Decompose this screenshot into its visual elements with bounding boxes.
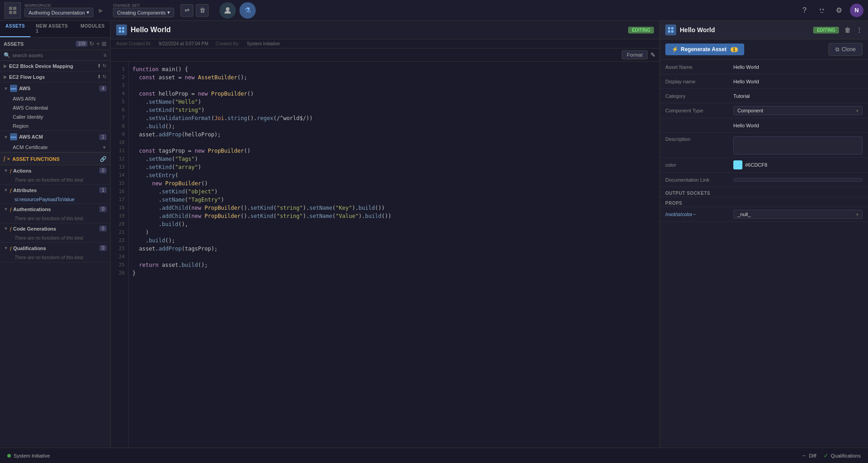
func-empty-codegen: There are no functions of this kind. [0,234,110,242]
workspace-section: WORKSPACE: Authoring Documentation ▾ [24,3,93,17]
search-input[interactable] [12,53,102,58]
clone-button[interactable]: ⧉ Clone [829,43,863,56]
format-button[interactable]: Format [622,50,648,59]
line-number: 5 [111,98,128,106]
line-number: 3 [111,82,128,90]
sidebar-tree: ▶ EC2 Block Device Mapping ⬆ ↻ ▶ EC2 Flo… [0,61,110,448]
func-group-label-codegen: Code Generations [13,226,99,232]
tree-item-aws-arn[interactable]: AWS ARN [0,94,110,103]
more-options-icon[interactable]: ⋮ [856,26,863,34]
chevron-icon: ▼ [4,168,8,173]
line-number: 26 [111,269,128,277]
settings-icon-button[interactable]: ⚙ [833,4,845,17]
discord-icon-button[interactable] [815,4,828,17]
help-icon-button[interactable]: ? [798,4,811,17]
color-field-container[interactable]: #6CDCF8 [733,160,767,169]
tab-new-assets[interactable]: NEW ASSETS 1 [30,21,75,37]
tree-group-ec2-block: ▶ EC2 Block Device Mapping ⬆ ↻ [0,61,110,72]
tree-group-label: EC2 Flow Logs [9,74,97,80]
code-line: .build(); [132,122,656,130]
func-group-header-qual[interactable]: ▼ f Qualifications 0 [0,243,110,253]
field-value-doc-link[interactable] [733,178,863,182]
acm-cert-arrow: ▼ [102,145,107,150]
topbar-action-icons: ⇌ 🗑 [180,4,209,17]
tree-item-region[interactable]: Region [0,121,110,130]
people-button[interactable] [219,2,236,19]
line-number: 10 [111,139,128,147]
code-line: asset.addProp(helloProp); [132,130,656,139]
created-by-value: System Initiative [247,41,280,46]
svg-rect-12 [671,30,673,33]
tree-item-caller-identity[interactable]: Caller Identity [0,112,110,121]
qualifications-button[interactable]: ✓ Qualifications [824,452,861,459]
arrow-separator: ▶ [99,7,103,14]
tab-assets[interactable]: ASSETS [0,21,30,37]
field-value-props[interactable]: _null_ ▾ [733,210,863,219]
upload-icon[interactable]: ⬆ [97,74,101,80]
changeset-selector[interactable]: Creating Components ▾ [113,8,174,17]
regenerate-button[interactable]: ⚡ Regenerate Asset 1 [665,43,744,55]
aws-acm-icon: aws [10,133,17,140]
asset-titlebar: Hello World EDITING [111,21,659,39]
tree-group-header-aws[interactable]: ▼ aws AWS 4 [0,82,110,94]
func-group-actions: ▼ f Actions 0 There are no functions of … [0,165,110,185]
aws-count: 4 [99,86,107,92]
tree-group-label: EC2 Block Device Mapping [9,63,97,69]
refresh-icon[interactable]: ↻ [102,63,107,69]
user-avatar[interactable]: N [850,4,863,17]
edit-icon[interactable]: ✎ [650,51,656,58]
upload-icon[interactable]: ⬆ [97,63,101,69]
filter-sort-icon[interactable]: ≡ [103,52,107,58]
tree-group-header-aws-acm[interactable]: ▼ aws AWS ACM 1 [0,131,110,143]
code-line: .addChild(new PropBuilder().setKind("str… [132,204,656,212]
filter-icon[interactable]: ⊞ [102,40,107,47]
refresh-icon[interactable]: ↻ [89,40,94,47]
func-group-header-auth[interactable]: ▼ f Authentications 0 [0,204,110,214]
delete-icon-button[interactable]: 🗑 [196,4,209,17]
tree-item-acm-cert[interactable]: ACM Certificate ▼ [0,143,110,152]
line-number: 16 [111,188,128,196]
diff-button[interactable]: ～ Diff [802,452,816,459]
svg-rect-5 [119,27,121,29]
add-asset-icon[interactable]: + [96,40,100,47]
func-group-header-actions[interactable]: ▼ f Actions 0 [0,165,110,176]
func-group-header-codegen[interactable]: ▼ f Code Generations 0 [0,223,110,234]
merge-icon-button[interactable]: ⇌ [180,4,193,17]
changeset-section: CHANGE SET: Creating Components ▾ [113,3,174,17]
line-number: 22 [111,236,128,245]
code-content[interactable]: function main() { const asset = new Asse… [129,62,659,448]
tree-group-header-ec2-block[interactable]: ▶ EC2 Block Device Mapping ⬆ ↻ [0,61,110,71]
delete-asset-icon[interactable]: 🗑 [844,26,851,34]
search-bar: 🔍 ≡ [0,50,110,61]
workspace-label: WORKSPACE: [24,3,93,8]
code-line [132,139,656,147]
topbar-people-icon[interactable] [219,2,236,19]
tree-item-aws-credential[interactable]: AWS Credential [0,103,110,112]
field-props-path: /root/si/color← _null_ ▾ [660,207,868,222]
flask-icon-button[interactable]: ⚗ [239,2,256,19]
code-line: const tagsProp = new PropBuilder() [132,147,656,155]
field-value-component-desc: Hello World [733,123,863,128]
chevron-icon: ▼ [4,188,8,193]
code-line: asset.addProp(tagsProp); [132,245,656,253]
tab-modules[interactable]: MODULES [75,21,111,37]
changeset-chevron-icon: ▾ [167,10,170,15]
right-asset-name: Hello World [680,26,809,34]
func-item-attributes[interactable]: si:resourcePayloadToValue [0,195,110,203]
chevron-icon: ▶ [4,63,7,68]
workspace-selector[interactable]: Authoring Documentation ▾ [24,8,93,17]
link-icon[interactable]: 🔗 [100,156,107,162]
tree-item-label: ACM Certificate [13,145,102,150]
qualifications-label: Qualifications [831,453,861,458]
tree-item-label: AWS Credential [13,105,107,111]
search-icon: 🔍 [4,52,10,58]
field-value-component-type[interactable]: Component ▾ [733,106,863,115]
func-group-header-attributes[interactable]: ▼ f Attributes 1 [0,185,110,195]
refresh-icon[interactable]: ↻ [102,74,107,80]
func-group-codegen: ▼ f Code Generations 0 There are no func… [0,223,110,243]
field-value-description[interactable] [733,136,863,154]
diff-label: Diff [809,453,816,458]
func-count-auth: 0 [99,206,107,212]
tree-group-header-ec2-flow[interactable]: ▶ EC2 Flow Logs ⬆ ↻ [0,72,110,82]
tree-item-label: Caller Identity [13,114,107,120]
